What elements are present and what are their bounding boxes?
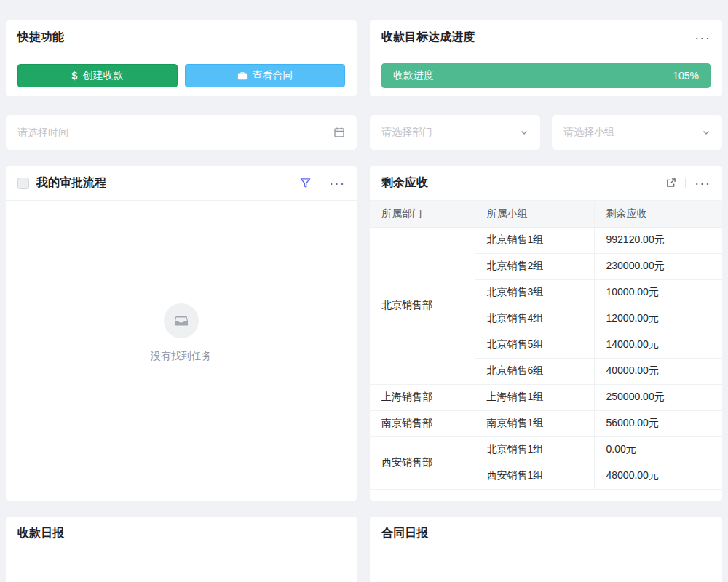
progress-card: 收款目标达成进度 ··· 收款进度 105%	[370, 20, 722, 96]
progress-body: 收款进度 105%	[370, 55, 722, 96]
department-select-placeholder: 请选择部门	[381, 126, 514, 139]
amount-cell: 230000.00元	[594, 253, 722, 279]
amount-cell: 250000.00元	[594, 384, 722, 410]
empty-inbox-circle	[164, 303, 199, 338]
group-select-placeholder: 请选择小组	[563, 126, 696, 139]
contract-daily-card: 合同日报	[370, 517, 722, 582]
header-group: 所属小组	[475, 201, 594, 227]
amount-cell: 48000.00元	[594, 463, 722, 489]
group-cell: 北京销售1组	[475, 436, 594, 463]
chevron-down-icon	[520, 128, 529, 137]
header-amount: 剩余应收	[594, 201, 722, 227]
receivables-table-body: 北京销售部北京销售1组992120.00元北京销售2组230000.00元北京销…	[370, 227, 722, 489]
group-cell: 北京销售4组	[475, 306, 594, 332]
receivable-row: 西安销售部北京销售1组0.00元	[370, 436, 722, 463]
quick-actions-body: $ 创建收款 查看合同	[6, 55, 357, 96]
group-cell: 北京销售6组	[475, 358, 594, 384]
payment-daily-card: 收款日报	[6, 517, 357, 582]
briefcase-icon	[237, 71, 248, 81]
amount-cell: 992120.00元	[594, 227, 722, 253]
progress-title: 收款目标达成进度	[381, 30, 475, 45]
progress-bar-label: 收款进度	[393, 69, 434, 82]
left-column: 快捷功能 $ 创建收款 查看合同	[6, 20, 357, 582]
approval-card: 我的审批流程 ··· 没有找	[6, 166, 357, 501]
receivables-table: 所属部门 所属小组 剩余应收 北京销售部北京销售1组992120.00元北京销售…	[370, 201, 722, 490]
progress-bar-track: 收款进度 105%	[381, 63, 711, 88]
amount-cell: 14000.00元	[594, 332, 722, 358]
dashboard: 快捷功能 $ 创建收款 查看合同	[0, 0, 728, 582]
department-select[interactable]: 请选择部门	[370, 115, 540, 150]
payment-daily-header: 收款日报	[6, 517, 357, 551]
inbox-icon	[173, 312, 190, 330]
department-cell: 南京销售部	[370, 410, 475, 436]
amount-cell: 12000.00元	[594, 306, 722, 332]
group-select[interactable]: 请选择小组	[552, 115, 722, 150]
receivable-row: 北京销售部北京销售1组992120.00元	[370, 227, 722, 253]
amount-cell: 10000.00元	[594, 279, 722, 306]
receivables-more-icon[interactable]: ···	[695, 176, 711, 190]
progress-header: 收款目标达成进度 ···	[370, 20, 722, 55]
group-cell: 北京销售1组	[475, 227, 594, 253]
quick-actions-header: 快捷功能	[6, 20, 357, 55]
group-cell: 北京销售3组	[475, 279, 594, 306]
amount-cell: 40000.00元	[594, 358, 722, 384]
header-divider	[685, 178, 686, 188]
progress-bar-value: 105%	[673, 70, 699, 81]
table-header-row: 所属部门 所属小组 剩余应收	[370, 201, 722, 227]
group-cell: 上海销售1组	[475, 384, 594, 410]
receivables-title: 剩余应收	[381, 175, 428, 191]
contract-daily-title: 合同日报	[381, 526, 428, 541]
amount-cell: 56000.00元	[594, 410, 722, 436]
group-cell: 西安销售1组	[475, 463, 594, 489]
payment-daily-title: 收款日报	[17, 526, 64, 541]
department-cell: 北京销售部	[370, 227, 475, 384]
chevron-down-icon	[702, 128, 711, 137]
view-contract-button[interactable]: 查看合同	[185, 64, 345, 87]
selects-row: 请选择部门 请选择小组	[370, 115, 722, 150]
dollar-icon: $	[72, 70, 78, 81]
progress-bar-fill: 收款进度 105%	[381, 63, 711, 88]
receivable-row: 上海销售部上海销售1组250000.00元	[370, 384, 722, 410]
group-cell: 北京销售5组	[475, 332, 594, 358]
receivable-row: 南京销售部南京销售1组56000.00元	[370, 410, 722, 436]
right-column: 收款目标达成进度 ··· 收款进度 105% 请选择部门	[370, 20, 722, 582]
amount-cell: 0.00元	[594, 436, 722, 463]
view-contract-label: 查看合同	[253, 69, 293, 82]
create-payment-label: 创建收款	[82, 69, 123, 82]
receivables-card: 剩余应收 ···	[370, 166, 722, 501]
external-link-icon[interactable]	[665, 178, 676, 188]
group-cell: 南京销售1组	[475, 410, 594, 436]
progress-more-icon[interactable]: ···	[695, 31, 711, 44]
time-picker-input[interactable]	[17, 127, 328, 138]
header-department: 所属部门	[370, 201, 475, 227]
department-cell: 西安销售部	[370, 436, 475, 489]
calendar-icon	[333, 127, 345, 138]
receivables-header: 剩余应收 ···	[370, 166, 722, 201]
empty-state-text: 没有找到任务	[151, 350, 212, 363]
group-cell: 北京销售2组	[475, 253, 594, 279]
create-payment-button[interactable]: $ 创建收款	[17, 64, 178, 87]
quick-actions-card: 快捷功能 $ 创建收款 查看合同	[6, 20, 357, 96]
department-cell: 上海销售部	[370, 384, 475, 410]
time-picker[interactable]	[6, 115, 357, 150]
contract-daily-header: 合同日报	[370, 517, 722, 551]
quick-actions-title: 快捷功能	[17, 30, 64, 45]
approval-empty-state: 没有找到任务	[6, 183, 357, 483]
